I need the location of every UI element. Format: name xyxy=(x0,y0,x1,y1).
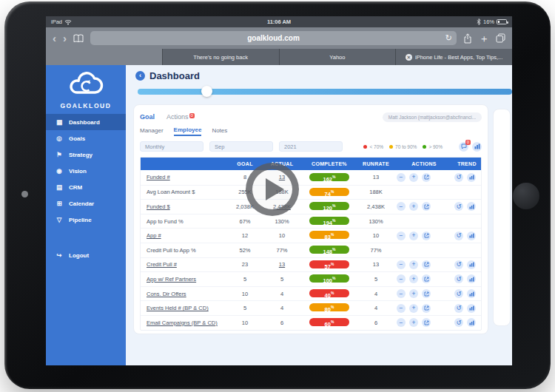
share-icon[interactable] xyxy=(463,33,472,44)
history-button[interactable]: ↺ xyxy=(454,318,463,327)
chart-view-button[interactable] xyxy=(472,142,482,152)
metric-label[interactable]: Events Held # (BP & CD) xyxy=(141,305,228,311)
history-button[interactable]: ↺ xyxy=(454,202,463,211)
metric-label[interactable]: Email Campaigns (BP & CD) xyxy=(141,320,228,326)
bookmarks-icon[interactable] xyxy=(73,34,84,43)
increment-button[interactable]: + xyxy=(409,232,418,240)
trend-chart-button[interactable] xyxy=(467,289,476,298)
tab-goal[interactable]: Goal xyxy=(140,113,155,121)
metric-label[interactable]: App w/ Ref Partners xyxy=(141,276,228,283)
comments-button[interactable]: 0 xyxy=(459,142,468,152)
increment-button[interactable]: + xyxy=(409,289,418,298)
metric-label[interactable]: Funded $ xyxy=(141,203,228,210)
reload-icon[interactable]: ↻ xyxy=(445,34,452,42)
browser-tab-2[interactable]: Yahoo xyxy=(279,49,396,65)
browser-tab-0[interactable] xyxy=(46,49,162,65)
open-detail-button[interactable] xyxy=(422,260,431,269)
history-button[interactable]: ↺ xyxy=(454,289,463,298)
slider-handle[interactable] xyxy=(201,86,212,97)
video-play-button[interactable] xyxy=(246,163,299,216)
history-button[interactable]: ↺ xyxy=(454,304,463,313)
decrement-button[interactable]: − xyxy=(397,202,406,211)
sidebar-item-vision[interactable]: ◉Vision xyxy=(46,163,126,179)
decrement-button[interactable]: − xyxy=(397,274,406,283)
increment-button[interactable]: + xyxy=(409,318,418,327)
history-button[interactable]: ↺ xyxy=(454,274,463,283)
tabs-icon[interactable] xyxy=(496,33,505,43)
decrement-button[interactable]: − xyxy=(397,232,406,240)
sidebar-item-logout[interactable]: ↪Logout xyxy=(46,247,126,263)
trend-chart-button[interactable] xyxy=(467,260,476,269)
decrement-button[interactable]: − xyxy=(397,289,406,298)
calendar-icon: ⊞ xyxy=(56,200,63,207)
sidebar-item-crm[interactable]: ▤CRM xyxy=(46,179,126,195)
metric-label: Credit Pull to App % xyxy=(141,247,228,254)
decrement-button[interactable]: − xyxy=(397,318,406,327)
sidebar-item-goals[interactable]: ◎Goals xyxy=(46,130,126,146)
address-bar[interactable]: goalkloud.com ↻ xyxy=(90,31,457,45)
open-detail-button[interactable] xyxy=(422,202,431,211)
actual-value[interactable]: 13 xyxy=(262,261,302,268)
open-detail-button[interactable] xyxy=(422,318,431,327)
progress-slider[interactable] xyxy=(138,87,512,98)
complete-badge: 148% xyxy=(309,246,349,254)
subtab-notes[interactable]: Notes xyxy=(212,127,227,135)
sidebar-item-label: Dashboard xyxy=(69,119,100,126)
filter-select-2[interactable]: 2021 xyxy=(279,141,343,152)
tab-close-icon[interactable]: ✕ xyxy=(406,54,412,61)
history-button[interactable]: ↺ xyxy=(454,260,463,269)
increment-button[interactable]: + xyxy=(409,274,418,283)
bar-chart-icon xyxy=(474,143,480,149)
decrement-button[interactable]: − xyxy=(397,260,406,269)
metric-label[interactable]: Cons. Dir Offers xyxy=(141,291,228,297)
trend-chart-button[interactable] xyxy=(467,232,476,240)
open-detail-button[interactable] xyxy=(422,274,431,283)
open-detail-button[interactable] xyxy=(422,232,431,240)
browser-tab-1[interactable]: There's no going back xyxy=(162,49,279,65)
forward-button[interactable]: › xyxy=(63,33,67,44)
page-back-button[interactable]: ‹ xyxy=(135,71,145,81)
filter-select-1[interactable]: Sep xyxy=(209,141,273,152)
sidebar-item-strategy[interactable]: ⚑Strategy xyxy=(46,146,126,163)
filter-select-0[interactable]: Monthly xyxy=(140,141,204,152)
trend-chart-icon xyxy=(469,277,474,282)
subtab-manager[interactable]: Manager xyxy=(140,127,164,135)
history-button[interactable]: ↺ xyxy=(454,232,463,240)
trend-chart-button[interactable] xyxy=(467,274,476,283)
home-button[interactable] xyxy=(513,183,539,209)
open-external-icon xyxy=(424,277,429,282)
increment-button[interactable]: + xyxy=(409,173,418,182)
increment-button[interactable]: + xyxy=(409,260,418,269)
user-account-pill[interactable]: Matt Jackson (mattjackson@abcfinanci... xyxy=(383,112,482,122)
decrement-button[interactable]: − xyxy=(397,304,406,313)
table-row: Email Campaigns (BP & CD)10660%6−+↺ xyxy=(141,315,481,330)
increment-button[interactable]: + xyxy=(409,304,418,313)
browser-tab-3[interactable]: ✕iPhone Life - Best Apps, Top Tips,... xyxy=(395,49,512,65)
goals-table: GOALACTUALCOMPLETE%RUNRATEACTIONSTREND F… xyxy=(140,157,482,331)
goals-icon: ◎ xyxy=(56,135,63,142)
actions-cell: −+ xyxy=(395,202,453,211)
open-external-icon xyxy=(424,262,429,267)
complete-cell: 83% xyxy=(302,231,357,240)
decrement-button[interactable]: − xyxy=(397,173,406,182)
tab-actions[interactable]: Actions0 xyxy=(166,113,195,121)
metric-label[interactable]: Funded # xyxy=(141,174,228,180)
history-button[interactable]: ↺ xyxy=(454,173,463,182)
open-detail-button[interactable] xyxy=(422,173,431,182)
trend-chart-button[interactable] xyxy=(467,318,476,327)
new-tab-icon[interactable]: ＋ xyxy=(479,33,489,44)
open-detail-button[interactable] xyxy=(422,289,431,298)
trend-cell: ↺ xyxy=(453,202,481,211)
subtab-employee[interactable]: Employee xyxy=(174,126,202,136)
sidebar-item-dashboard[interactable]: ▦Dashboard xyxy=(46,114,126,130)
back-button[interactable]: ‹ xyxy=(53,33,56,44)
increment-button[interactable]: + xyxy=(409,202,418,211)
sidebar-item-pipeline[interactable]: ▽Pipeline xyxy=(46,212,126,228)
metric-label[interactable]: App # xyxy=(141,232,228,239)
trend-chart-button[interactable] xyxy=(467,202,476,211)
trend-chart-button[interactable] xyxy=(467,173,476,182)
trend-chart-button[interactable] xyxy=(467,304,476,313)
open-detail-button[interactable] xyxy=(422,304,431,313)
metric-label[interactable]: Credit Pull # xyxy=(141,261,228,268)
sidebar-item-calendar[interactable]: ⊞Calendar xyxy=(46,195,126,212)
